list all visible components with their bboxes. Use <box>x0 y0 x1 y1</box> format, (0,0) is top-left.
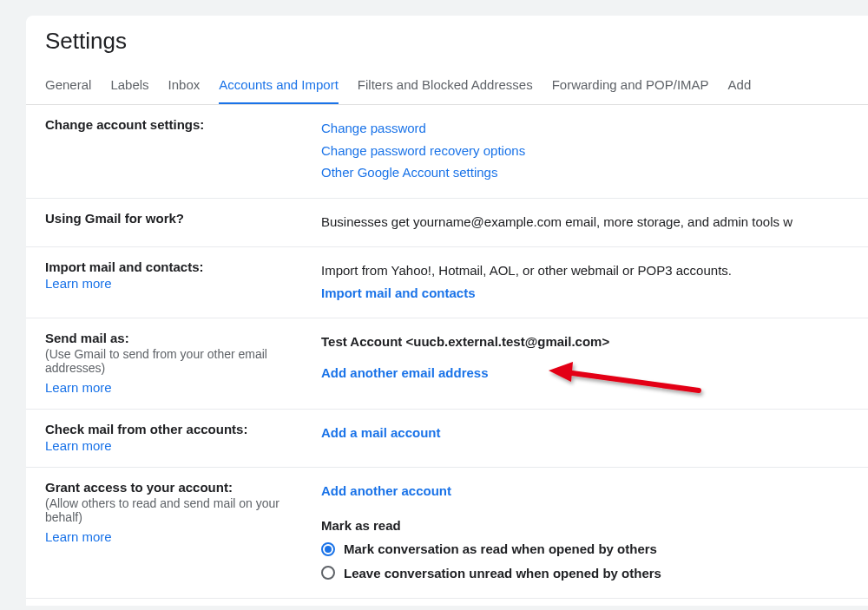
page-title: Settings <box>26 16 868 60</box>
section-subtitle: (Allow others to read and send mail on y… <box>45 496 311 524</box>
section-import-mail-and-contacts: Import mail and contacts: Learn more Imp… <box>26 247 868 318</box>
settings-tabs: General Labels Inbox Accounts and Import… <box>26 60 868 105</box>
radio-label: Leave conversation unread when opened by… <box>344 562 661 585</box>
tab-general[interactable]: General <box>45 70 91 104</box>
section-subtitle: (Use Gmail to send from your other email… <box>45 347 311 375</box>
link-learn-more[interactable]: Learn more <box>45 380 112 395</box>
section-send-mail-as: Send mail as: (Use Gmail to send from yo… <box>26 318 868 410</box>
import-description: Import from Yahoo!, Hotmail, AOL, or oth… <box>321 259 849 282</box>
link-learn-more[interactable]: Learn more <box>45 438 112 453</box>
link-learn-more[interactable]: Learn more <box>45 276 112 291</box>
section-title: Change account settings: <box>45 117 311 132</box>
link-change-recovery-options[interactable]: Change password recovery options <box>321 140 849 162</box>
work-description: Businesses get yourname@example.com emai… <box>321 211 849 233</box>
tab-addons[interactable]: Add <box>728 70 752 104</box>
section-title: Grant access to your account: <box>45 480 311 495</box>
radio-button-icon[interactable] <box>321 566 335 580</box>
tab-labels[interactable]: Labels <box>110 70 148 104</box>
section-change-account-settings: Change account settings: Change password… <box>26 105 868 199</box>
link-other-account-settings[interactable]: Other Google Account settings <box>321 161 849 184</box>
radio-label: Mark conversation as read when opened by… <box>344 538 657 561</box>
link-import-mail-and-contacts[interactable]: Import mail and contacts <box>321 282 849 305</box>
link-learn-more[interactable]: Learn more <box>45 529 112 544</box>
tab-accounts-and-import[interactable]: Accounts and Import <box>219 70 339 105</box>
send-as-account: Test Account <uucb.external.test@gmail.c… <box>321 331 849 353</box>
section-using-gmail-for-work: Using Gmail for work? Businesses get you… <box>26 199 868 248</box>
section-title: Check mail from other accounts: <box>45 422 311 436</box>
link-change-password[interactable]: Change password <box>321 117 849 140</box>
section-title: Using Gmail for work? <box>45 211 311 226</box>
link-add-another-account[interactable]: Add another account <box>321 480 849 502</box>
radio-row-leave-unread[interactable]: Leave conversation unread when opened by… <box>321 562 849 585</box>
section-title: Send mail as: <box>45 331 311 345</box>
mark-as-read-label: Mark as read <box>321 515 849 537</box>
radio-row-mark-read[interactable]: Mark conversation as read when opened by… <box>321 538 849 561</box>
tab-filters[interactable]: Filters and Blocked Addresses <box>358 70 533 104</box>
section-check-mail-other-accounts: Check mail from other accounts: Learn mo… <box>26 410 868 468</box>
link-add-mail-account[interactable]: Add a mail account <box>321 422 849 444</box>
tab-inbox[interactable]: Inbox <box>168 70 201 104</box>
radio-button-icon[interactable] <box>321 542 335 556</box>
section-grant-access: Grant access to your account: (Allow oth… <box>26 468 868 599</box>
settings-panel: Settings General Labels Inbox Accounts a… <box>26 16 868 606</box>
section-title: Import mail and contacts: <box>45 259 311 274</box>
link-add-another-email-address[interactable]: Add another email address <box>321 362 849 384</box>
tab-forwarding[interactable]: Forwarding and POP/IMAP <box>552 70 709 104</box>
